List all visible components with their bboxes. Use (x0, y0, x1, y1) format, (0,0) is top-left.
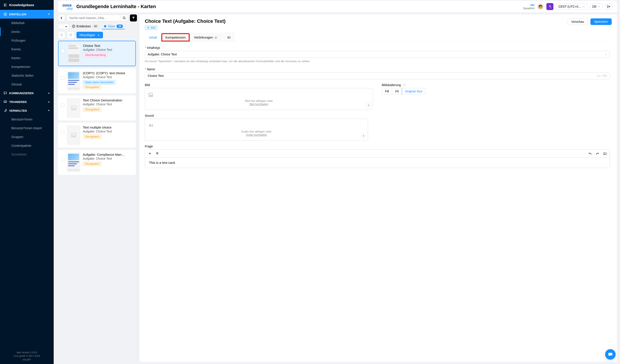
trash-icon (60, 33, 63, 37)
filter-button[interactable] (130, 15, 137, 21)
card-thumbnail (67, 125, 80, 145)
tab-entdecken[interactable]: Entdecken 42 (70, 24, 101, 29)
tab-ueben[interactable]: Üben 10 (102, 24, 125, 29)
card-list-panel: Entdecken 42 Üben 10 (58, 15, 137, 362)
image-upload[interactable]: Bild hier ablegen oder Bild hochladen ✦ (145, 88, 373, 110)
card-checkbox[interactable] (61, 76, 64, 80)
editor-keyboard-button[interactable] (603, 151, 607, 156)
back-button[interactable] (58, 15, 65, 21)
ai-sound-button[interactable]: ✦ (361, 133, 366, 139)
chevron-down-icon (47, 92, 50, 94)
help-icon[interactable]: ? (403, 84, 406, 87)
card-item[interactable]: Aufgabe: Compliance Man…Aufgabe: Choice … (58, 150, 136, 175)
card-tag: Abschlussprüfung (83, 53, 108, 57)
chevron-up-icon (47, 109, 50, 112)
sidebar-item-bibliothek[interactable]: Bibliothek (0, 19, 54, 27)
editor-paragraph-button[interactable] (155, 151, 159, 156)
chevron-down-icon[interactable] (65, 25, 67, 28)
image-icon (148, 92, 370, 97)
sidebar-section-erstellen[interactable]: ERSTELLEN (0, 10, 54, 19)
chat-bubble[interactable] (605, 349, 616, 360)
card-item[interactable]: Text Choice DemonstrationAufgabe: Choice… (58, 95, 136, 121)
card-item[interactable]: Text multiple choiceAufgabe: Choice Text… (58, 123, 136, 148)
tab-inhalt[interactable]: Inhalt (145, 33, 161, 42)
scaling-fit[interactable]: Fit (392, 88, 402, 94)
ai-button[interactable] (546, 3, 553, 10)
preview-button[interactable]: Vorschau (568, 18, 588, 25)
plus-circle-icon (3, 13, 7, 16)
tab-ki[interactable]: KI (223, 33, 235, 42)
search-icon (123, 16, 126, 19)
copyright: ovos gmbh © 2017-2024 (0, 354, 54, 358)
language-select[interactable]: DE (590, 3, 603, 10)
label-scaling: Bildskalierung ? (382, 83, 610, 87)
search-button[interactable] (120, 15, 128, 21)
add-button[interactable]: Hinzufügen (77, 32, 103, 38)
sidebar-section-kommunizieren[interactable]: KOMMUNIZIEREN (0, 89, 54, 97)
save-button[interactable]: Speichern (590, 18, 612, 25)
card-checkbox[interactable] (61, 104, 64, 107)
name-input[interactable]: Choice Text 11 / 200 (145, 72, 610, 79)
image-upload-link[interactable]: Bild hochladen (148, 103, 370, 106)
card-checkbox[interactable] (61, 131, 64, 134)
sidebar-item-glossar[interactable]: Glossar (0, 80, 54, 89)
cards-list[interactable]: Choice TextAufgabe: Choice TextAbschluss… (58, 41, 137, 362)
tab-verlinkungen[interactable]: Verlinkungen2 (190, 33, 222, 42)
ai-image-button[interactable]: ✦ (366, 103, 371, 108)
card-thumbnail (67, 44, 80, 63)
editor-content[interactable]: This is a test card. (145, 157, 610, 168)
search-input[interactable] (67, 15, 120, 21)
chevron-up-icon (47, 13, 50, 15)
list-mode-tabs: Entdecken 42 Üben 10 (58, 24, 137, 29)
logout-button[interactable] (605, 3, 613, 10)
timezone-select[interactable]: CEST (UTC+0… (556, 3, 587, 10)
delete-button[interactable] (58, 31, 65, 39)
field-content-type: *Inhaltstyp Aufgabe: Choice Text Du muss… (145, 46, 610, 63)
editor-toolbar (145, 149, 610, 157)
tab-kompetenzen[interactable]: Kompetenzen (161, 33, 190, 42)
sidebar-item-statische-seiten[interactable]: Statische Seiten (0, 71, 54, 80)
scaling-fill[interactable]: Fill (382, 88, 392, 94)
section-label: VERWALTEN (9, 109, 27, 112)
user-info[interactable]: afu Sysadmin (523, 3, 535, 10)
select-all-checkbox[interactable] (60, 25, 63, 28)
card-tag: Übungsdeck (83, 135, 101, 139)
presentation-icon (3, 100, 7, 104)
sidebar-item-scorelisten[interactable]: Scorelisten (0, 150, 54, 159)
content-type-help: Du musst "Speichern", nachdem du den Inh… (145, 59, 610, 63)
sidebar-section-verwalten[interactable]: VERWALTEN (0, 106, 54, 115)
sidebar-item-karten[interactable]: Karten (0, 54, 54, 62)
sound-upload[interactable]: Audio hier ablegen oder Audio hochladen … (145, 119, 368, 141)
section-label: KOMMUNIZIEREN (9, 91, 33, 95)
redo-icon (596, 152, 599, 155)
sidebar-item-decks[interactable]: Decks (0, 27, 54, 36)
copy-icon (69, 33, 72, 37)
sidebar-item-contentpakete[interactable]: Contentpakete (0, 141, 54, 150)
logo: ovos play (62, 3, 73, 10)
card-item[interactable]: Choice TextAufgabe: Choice TextAbschluss… (58, 41, 136, 66)
sidebar-item-events[interactable]: Events (0, 45, 54, 54)
label-content-type: *Inhaltstyp (145, 46, 610, 49)
editor-redo-button[interactable] (595, 151, 600, 156)
sparkle-icon (548, 5, 552, 8)
sidebar-item-benutzer-import[interactable]: Benutzer*innen Import (0, 124, 54, 133)
card-checkbox[interactable] (61, 158, 64, 161)
label-name: *Name (145, 67, 610, 71)
filter-icon (132, 17, 135, 19)
sidebar-section-trainieren[interactable]: TRAINIEREN (0, 97, 54, 106)
card-checkbox[interactable] (61, 49, 65, 53)
sidebar-item-kompetenzen[interactable]: Kompetenzen (0, 62, 54, 71)
editor-undo-button[interactable] (588, 151, 592, 156)
card-item[interactable]: (COPY): (COPY): text choiceAufgabe: Choi… (58, 68, 136, 93)
editor-add-button[interactable] (148, 151, 152, 156)
sound-upload-link[interactable]: Audio hochladen (148, 133, 365, 136)
sidebar-item-gruppen[interactable]: Gruppen (0, 133, 54, 141)
sidebar-item-pruefungen[interactable]: Prüfungen (0, 36, 54, 45)
card-subtitle: Aufgabe: Choice Text (83, 157, 133, 160)
sidebar-item-benutzer[interactable]: Benutzer*innen (0, 115, 54, 124)
copy-button[interactable] (67, 31, 74, 39)
card-tag: Starte deine Geschichte! (83, 80, 115, 85)
scaling-original[interactable]: Original Size (402, 88, 426, 95)
avatar[interactable]: 🧑 (537, 3, 544, 10)
content-type-select[interactable]: Aufgabe: Choice Text (145, 51, 610, 58)
